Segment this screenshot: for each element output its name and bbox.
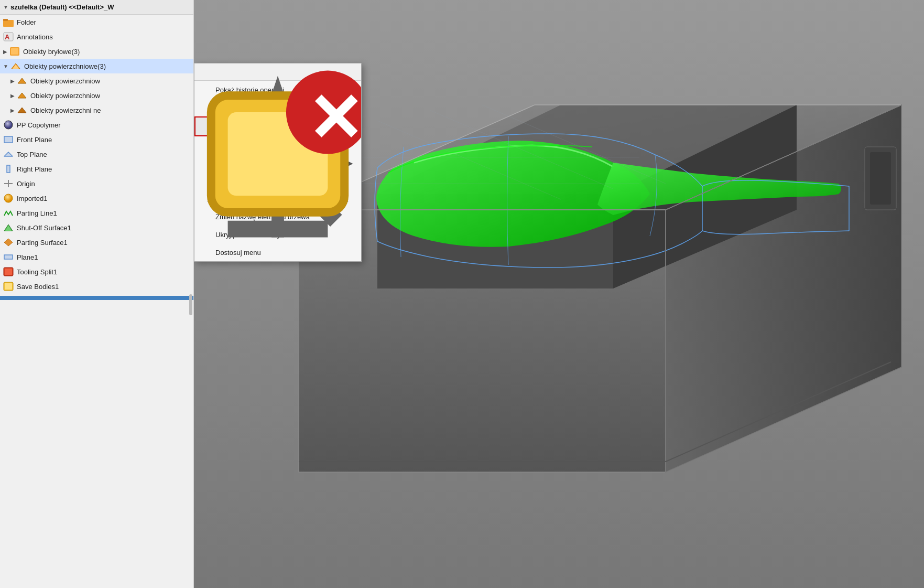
surface2-label: Obiekty powierzchniow bbox=[30, 92, 100, 100]
viewport: Pokaż historię operacji Wyizoluj ✕ Usuń/… bbox=[194, 0, 924, 588]
folder-icon bbox=[3, 17, 14, 27]
tree-list: Folder A Annotations ▶ Obiekty bryłowe(3… bbox=[0, 15, 193, 300]
parting-surface1-icon bbox=[3, 237, 14, 248]
annotations-icon: A bbox=[3, 31, 14, 42]
tree-header: ▼ szufelka (Default) <<Default>_W bbox=[0, 0, 193, 15]
shutoff-surface1-icon bbox=[3, 222, 14, 233]
svg-rect-16 bbox=[5, 269, 12, 275]
tree-item-front-plane[interactable]: Front Plane bbox=[0, 132, 193, 147]
usun-icon: ✕ bbox=[202, 121, 212, 132]
tree-item-imported1[interactable]: Imported1 bbox=[0, 191, 193, 206]
tree-item-surface-1[interactable]: ▶ Obiekty powierzchniow bbox=[0, 73, 193, 88]
svg-rect-5 bbox=[11, 48, 18, 55]
tree-item-top-plane[interactable]: Top Plane bbox=[0, 147, 193, 162]
svg-point-6 bbox=[4, 121, 13, 129]
tree-item-surface-bodies[interactable]: ▼ Obiekty powierzchniowe(3) bbox=[0, 59, 193, 73]
tree-item-parting-surface1[interactable]: Parting Surface1 bbox=[0, 235, 193, 250]
parting-line1-label: Parting Line1 bbox=[17, 209, 57, 217]
svg-rect-7 bbox=[4, 136, 13, 143]
solid-bodies-label: Obiekty bryłowe(3) bbox=[23, 48, 80, 56]
right-plane-icon bbox=[3, 164, 14, 174]
pp-copolymer-label: PP Copolymer bbox=[17, 121, 61, 129]
context-menu: Pokaż historię operacji Wyizoluj ✕ Usuń/… bbox=[194, 63, 362, 262]
parting-line1-icon bbox=[3, 208, 14, 218]
surface-expand-arrow[interactable]: ▼ bbox=[3, 63, 8, 69]
shutoff-surface1-label: Shut-Off Surface1 bbox=[17, 224, 71, 232]
surface1-expand-arrow[interactable]: ▶ bbox=[10, 78, 15, 84]
right-plane-label: Right Plane bbox=[17, 165, 52, 173]
solid-bodies-icon bbox=[9, 46, 20, 57]
material-icon bbox=[3, 120, 14, 130]
folder-label: Folder bbox=[17, 18, 36, 26]
tooling-split1-icon bbox=[3, 266, 14, 277]
svg-rect-43 bbox=[870, 152, 891, 205]
tree-item-tooling-split1[interactable]: Tooling Split1 bbox=[0, 264, 193, 279]
svg-text:✕: ✕ bbox=[307, 81, 361, 156]
svg-marker-13 bbox=[4, 239, 13, 246]
tree-item-surface-2[interactable]: ▶ Obiekty powierzchniow bbox=[0, 88, 193, 103]
menu-delete-keep[interactable]: ✕ Usuń/zachowaj obiekty... bbox=[194, 116, 361, 136]
front-plane-icon bbox=[3, 134, 14, 145]
surface2-icon bbox=[17, 90, 27, 101]
parting-surface1-label: Parting Surface1 bbox=[17, 239, 68, 247]
imported1-label: Imported1 bbox=[17, 195, 48, 202]
tree-panel: ▼ szufelka (Default) <<Default>_W Folder… bbox=[0, 0, 194, 588]
surface3-expand-arrow[interactable]: ▶ bbox=[10, 108, 15, 113]
surface-bodies-icon bbox=[10, 61, 21, 71]
front-plane-label: Front Plane bbox=[17, 136, 52, 144]
origin-label: Origin bbox=[17, 180, 35, 188]
plane1-label: Plane1 bbox=[17, 253, 38, 261]
surface2-expand-arrow[interactable]: ▶ bbox=[10, 93, 15, 99]
surface3-label: Obiekty powierzchni ne bbox=[30, 106, 101, 114]
svg-rect-18 bbox=[5, 283, 12, 290]
origin-icon bbox=[3, 178, 14, 189]
tooling-split1-label: Tooling Split1 bbox=[17, 268, 57, 276]
top-plane-icon bbox=[3, 149, 14, 159]
save-bodies1-icon bbox=[3, 281, 14, 292]
surface1-label: Obiekty powierzchniow bbox=[30, 77, 100, 85]
plane1-icon bbox=[3, 252, 14, 262]
solid-expand-arrow[interactable]: ▶ bbox=[3, 49, 7, 55]
svg-rect-9 bbox=[7, 165, 10, 173]
surface1-icon bbox=[17, 76, 27, 86]
tree-item-save-bodies1[interactable]: Save Bodies1 bbox=[0, 279, 193, 294]
tree-item-plane1[interactable]: Plane1 bbox=[0, 250, 193, 264]
tree-item-shutoff-surface1[interactable]: Shut-Off Surface1 bbox=[0, 220, 193, 235]
svg-point-12 bbox=[4, 194, 13, 202]
annotations-label: Annotations bbox=[17, 33, 53, 41]
tree-item-parting-line1[interactable]: Parting Line1 bbox=[0, 206, 193, 220]
expand-arrow[interactable]: ▼ bbox=[3, 4, 8, 10]
svg-text:A: A bbox=[5, 33, 10, 41]
surface3-icon bbox=[17, 105, 27, 115]
tree-item-solid-bodies[interactable]: ▶ Obiekty bryłowe(3) bbox=[0, 44, 193, 59]
svg-rect-1 bbox=[3, 19, 8, 21]
scroll-handle[interactable] bbox=[189, 294, 192, 315]
tree-item-right-plane[interactable]: Right Plane bbox=[0, 162, 193, 176]
tree-item-pp-copolymer[interactable]: PP Copolymer bbox=[0, 117, 193, 132]
selection-bar bbox=[0, 296, 193, 300]
tree-item-origin[interactable]: Origin bbox=[0, 176, 193, 191]
surface-bodies-label: Obiekty powierzchniowe(3) bbox=[24, 62, 106, 70]
tree-title: szufelka (Default) <<Default>_W bbox=[10, 3, 114, 11]
imported1-icon bbox=[3, 193, 14, 204]
tree-item-annotations[interactable]: A Annotations bbox=[0, 29, 193, 44]
save-bodies1-label: Save Bodies1 bbox=[17, 283, 59, 291]
top-plane-label: Top Plane bbox=[17, 151, 47, 158]
tree-item-surface-3[interactable]: ▶ Obiekty powierzchni ne bbox=[0, 103, 193, 117]
tree-item-folder[interactable]: Folder bbox=[0, 15, 193, 29]
svg-marker-8 bbox=[4, 152, 13, 156]
svg-rect-14 bbox=[4, 255, 13, 259]
